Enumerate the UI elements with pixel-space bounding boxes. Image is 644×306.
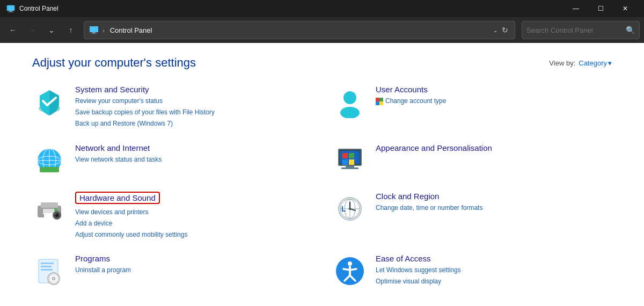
svg-rect-27 [341,167,358,169]
system-security-link-1[interactable]: Review your computer's status [75,96,311,106]
svg-rect-9 [376,98,379,101]
ease-access-link-2[interactable]: Optimise visual display [376,276,612,287]
search-icon[interactable]: 🔍 [626,26,635,34]
app-icon [6,4,15,13]
clock-region-icon: L [333,192,367,226]
view-by: View by: Category ▾ [549,59,612,67]
svg-rect-10 [379,98,383,101]
svg-line-62 [350,269,356,270]
ease-access-icon [333,254,367,288]
svg-rect-11 [376,101,379,105]
appearance-name[interactable]: Appearance and Personalisation [376,143,612,152]
address-icon [89,25,99,35]
svg-rect-5 [91,33,97,34]
category-clock-region: L Clock and Region Change date, time or … [333,192,612,241]
search-input[interactable] [526,26,626,34]
system-security-link-3[interactable]: Back up and Restore (Windows 7) [75,119,311,129]
address-text: › Control Panel [103,26,491,34]
page-title: Adjust your computer's settings [32,56,196,70]
svg-rect-3 [90,26,98,32]
appearance-text: Appearance and Personalisation [376,143,612,155]
svg-rect-52 [41,269,53,271]
maximize-button[interactable]: ☐ [588,0,613,17]
system-security-name[interactable]: System and Security [75,85,311,94]
system-security-link-2[interactable]: Save backup copies of your files with Fi… [75,107,311,118]
refresh-button[interactable]: ↻ [500,26,510,34]
clock-region-link-1[interactable]: Change date, time or number formats [376,203,612,213]
svg-text:L: L [341,205,346,213]
category-user-accounts: User Accounts Change account type [333,85,612,129]
user-accounts-icon [333,85,367,119]
programs-name[interactable]: Programs [75,254,311,263]
hardware-sound-link-2[interactable]: Add a device [75,218,311,229]
system-security-text: System and Security Review your computer… [75,85,311,129]
window-controls: — ☐ ✕ [564,0,638,17]
svg-rect-50 [41,263,54,264]
svg-point-7 [343,91,356,104]
user-accounts-text: User Accounts Change account type [376,85,612,108]
svg-rect-51 [41,266,52,267]
svg-rect-26 [346,166,354,167]
svg-point-46 [349,208,351,210]
clock-region-name[interactable]: Clock and Region [376,192,612,201]
network-internet-link-1[interactable]: View network status and tasks [75,155,311,165]
page-header: Adjust your computer's settings View by:… [32,56,612,70]
svg-rect-29 [41,202,58,208]
network-internet-text: Network and Internet View network status… [75,143,311,165]
clock-region-text: Clock and Region Change date, time or nu… [376,192,612,213]
category-system-security: System and Security Review your computer… [32,85,311,129]
category-ease-access: Ease of Access Let Windows suggest setti… [333,254,612,288]
main-content: Adjust your computer's settings View by:… [0,43,644,306]
title-bar: Control Panel — ☐ ✕ [0,0,644,17]
title-bar-title: Control Panel [19,5,58,12]
minimize-button[interactable]: — [564,0,588,17]
svg-rect-1 [9,11,12,12]
svg-point-59 [348,261,352,266]
svg-rect-22 [342,153,348,158]
category-hardware-sound: Hardware and Sound View devices and prin… [32,192,311,241]
up-button[interactable]: ↑ [62,21,79,39]
svg-point-36 [55,214,56,215]
hardware-sound-icon [32,192,67,226]
category-network-internet: Network and Internet View network status… [32,143,311,178]
ease-access-link-1[interactable]: Let Windows suggest settings [376,265,612,275]
svg-rect-24 [342,159,348,165]
svg-rect-23 [349,153,354,158]
hardware-sound-link-1[interactable]: View devices and printers [75,207,311,217]
hardware-sound-link-3[interactable]: Adjust commonly used mobility settings [75,230,311,240]
categories-grid: System and Security Review your computer… [32,85,612,302]
programs-link-1[interactable]: Uninstall a program [75,265,311,275]
ease-access-text: Ease of Access Let Windows suggest setti… [376,254,612,287]
svg-point-57 [53,278,55,280]
svg-line-61 [343,269,350,270]
category-appearance: Appearance and Personalisation [333,143,612,178]
close-button[interactable]: ✕ [613,0,638,17]
svg-rect-25 [349,159,354,165]
system-security-icon [32,85,67,119]
network-internet-name[interactable]: Network and Internet [75,143,311,152]
svg-rect-18 [40,167,59,172]
programs-icon [32,254,67,288]
appearance-icon [333,143,367,178]
network-internet-icon [32,143,67,178]
view-by-dropdown[interactable]: Category ▾ [579,59,612,67]
svg-rect-4 [92,32,96,33]
recent-button[interactable]: ⌄ [43,21,60,39]
hardware-sound-text: Hardware and Sound View devices and prin… [75,192,311,241]
programs-text: Programs Uninstall a program [75,254,311,275]
svg-rect-0 [7,5,14,11]
svg-point-8 [340,107,360,118]
address-dropdown-chevron[interactable]: ⌄ [491,27,500,33]
search-bar[interactable]: 🔍 [522,21,640,39]
hardware-sound-name[interactable]: Hardware and Sound [75,192,160,204]
address-bar[interactable]: › Control Panel ⌄ ↻ [84,21,515,39]
forward-button[interactable]: → [24,21,41,39]
ease-access-name[interactable]: Ease of Access [376,254,612,263]
user-accounts-name[interactable]: User Accounts [376,85,612,94]
user-accounts-link-1[interactable]: Change account type [376,96,612,108]
svg-rect-2 [8,12,13,12]
back-button[interactable]: ← [4,21,21,39]
svg-rect-12 [379,101,383,105]
category-programs: Programs Uninstall a program [32,254,311,288]
nav-bar: ← → ⌄ ↑ › Control Panel ⌄ ↻ 🔍 [0,17,644,43]
